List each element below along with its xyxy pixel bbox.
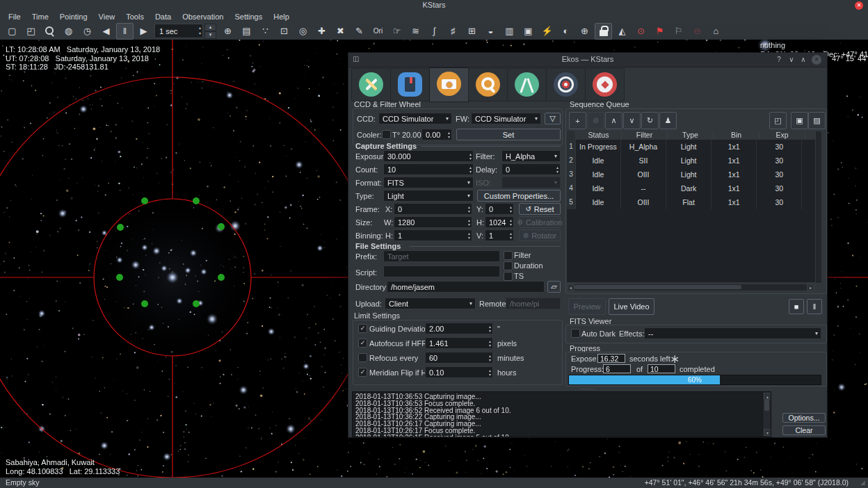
tab-capture[interactable]: [429, 67, 469, 102]
indi-control-panel-icon[interactable]: ⚡: [538, 23, 556, 40]
time-step-spin-arrows[interactable]: ▴▾: [199, 25, 201, 36]
tab-align[interactable]: [546, 68, 586, 101]
record-icon[interactable]: ⊙: [632, 23, 650, 40]
filter-wheel-select[interactable]: CCD Simulator: [471, 113, 541, 124]
prefix-input[interactable]: Target: [383, 250, 500, 262]
prioritize-target-button[interactable]: ♟: [659, 112, 677, 129]
pen-icon[interactable]: ✎: [351, 23, 368, 40]
scrollbar-thumb[interactable]: [574, 285, 741, 289]
resize-grip-icon[interactable]: ◢: [860, 479, 865, 486]
options-button[interactable]: Options...: [782, 413, 826, 423]
live-video-button[interactable]: Live Video: [609, 298, 654, 315]
column-header[interactable]: Type: [668, 131, 714, 140]
limit-checkbox[interactable]: ✓: [358, 339, 367, 348]
limit-checkbox[interactable]: [358, 353, 367, 362]
stars-toggle-icon[interactable]: ∵: [257, 23, 274, 40]
ccd-select[interactable]: CCD Simulator: [378, 113, 452, 124]
remove-trail-icon[interactable]: ⊖: [689, 23, 706, 40]
find-object-icon[interactable]: [41, 23, 58, 40]
binning-v-input[interactable]: 1: [485, 229, 514, 241]
column-header[interactable]: Status: [576, 131, 622, 140]
constellation-bounds-icon[interactable]: ≋: [407, 23, 424, 40]
menu-item[interactable]: Observation: [177, 12, 229, 22]
save-sequence-button[interactable]: ▣: [791, 112, 808, 129]
upload-mode-select[interactable]: Client: [385, 298, 476, 309]
filter-manager-button[interactable]: ▽: [545, 113, 561, 124]
solar-system-icon[interactable]: ◎: [294, 23, 312, 40]
constellation-names-icon[interactable]: Ori: [369, 23, 387, 40]
milky-way-icon[interactable]: ∫: [426, 23, 443, 40]
lock-position-icon[interactable]: [595, 23, 612, 40]
deep-sky-objects-icon[interactable]: ⊡: [275, 23, 293, 40]
limit-checkbox[interactable]: ✓: [358, 368, 367, 377]
time-step-input[interactable]: 1 sec ▴▾: [154, 24, 203, 38]
stop-sequence-button[interactable]: ■: [789, 299, 804, 314]
table-row[interactable]: 1 In Progress H_Alpha Light 1x1 30: [567, 140, 819, 154]
size-h-input[interactable]: 1024: [485, 216, 514, 228]
ts-suffix-checkbox[interactable]: [504, 272, 513, 281]
limit-checkbox[interactable]: ✓: [358, 324, 367, 333]
time-pause-icon[interactable]: ‖: [116, 23, 134, 40]
geo-location-icon[interactable]: ◍: [60, 23, 77, 40]
cooler-checkbox[interactable]: [382, 130, 391, 139]
night-vision-icon[interactable]: ◐: [557, 23, 574, 40]
view-panels-icon[interactable]: ▥: [501, 23, 518, 40]
fov-symbol-icon[interactable]: ⊕: [576, 23, 593, 40]
minimize-button[interactable]: ∨: [787, 55, 796, 65]
scroll-up-arrow[interactable]: ▴: [764, 393, 771, 400]
scroll-down-arrow[interactable]: ▾: [764, 429, 771, 436]
menu-item[interactable]: View: [93, 12, 121, 22]
menu-item[interactable]: Time: [26, 12, 54, 22]
tab-scheduler[interactable]: [390, 68, 430, 101]
filter-suffix-checkbox[interactable]: [504, 251, 513, 260]
set-temperature-button[interactable]: Set: [456, 129, 561, 140]
limit-value-input[interactable]: 60: [425, 352, 493, 364]
browse-directory-button[interactable]: ▱: [547, 281, 561, 293]
equatorial-grid-icon[interactable]: ♯: [444, 23, 462, 40]
menu-item[interactable]: Settings: [229, 12, 268, 22]
table-row[interactable]: 2 Idle SII Light 1x1 30: [567, 154, 819, 168]
asteroids-icon[interactable]: ✚: [313, 23, 330, 40]
time-step-up-button[interactable]: ▲: [204, 24, 216, 31]
zoom-rect-icon[interactable]: ▢: [3, 23, 21, 40]
column-header[interactable]: Exp: [760, 131, 805, 140]
tab-setup[interactable]: [351, 68, 391, 101]
pointing-focus-icon[interactable]: ⊕: [219, 23, 236, 40]
save-sequence-as-button[interactable]: ▨: [808, 112, 826, 129]
scrollbar-thumb[interactable]: [764, 400, 769, 411]
open-sequence-button[interactable]: ◰: [769, 112, 787, 129]
set-time-icon[interactable]: ◷: [79, 23, 96, 40]
move-job-up-button[interactable]: ∧: [605, 112, 622, 129]
time-step-back-icon[interactable]: ◀: [97, 23, 115, 40]
temperature-setpoint[interactable]: 0.00: [421, 129, 452, 140]
horizontal-grid-icon[interactable]: ⊞: [463, 23, 481, 40]
menu-item[interactable]: File: [3, 12, 26, 22]
time-step-forward-icon[interactable]: ▶: [135, 23, 152, 40]
add-flag-icon[interactable]: ⚑: [651, 23, 668, 40]
color-scheme-icon[interactable]: ◭: [613, 23, 631, 40]
menu-item[interactable]: Data: [150, 12, 177, 22]
observatory-dome-icon[interactable]: ⌂: [707, 23, 725, 40]
capture-image-icon[interactable]: ▤: [238, 23, 255, 40]
ekos-titlebar[interactable]: ◫ Ekos — KStars ? ∨ ∧ ✕: [348, 53, 827, 67]
duration-suffix-checkbox[interactable]: [504, 261, 513, 270]
limit-value-input[interactable]: 1.461: [425, 337, 493, 349]
tab-focus[interactable]: [468, 68, 508, 101]
log-scrollbar[interactable]: ▴ ▾: [762, 392, 771, 437]
table-row[interactable]: 5 Idle OIII Flat 1x1 30: [567, 195, 819, 209]
column-header[interactable]: Bin: [714, 131, 760, 140]
ekos-icon[interactable]: ▣: [520, 23, 537, 40]
directory-input[interactable]: /home/jasem: [387, 281, 545, 293]
reset-queue-button[interactable]: ↻: [641, 112, 659, 129]
limit-value-input[interactable]: 2.00: [425, 323, 493, 334]
size-w-input[interactable]: 1280: [394, 216, 472, 228]
time-step-down-button[interactable]: ▼: [204, 31, 216, 39]
zoom-select-icon[interactable]: ◰: [22, 23, 40, 40]
menu-item[interactable]: Pointing: [54, 12, 93, 22]
add-job-button[interactable]: +: [569, 112, 586, 129]
list-flags-icon[interactable]: ⚐: [670, 23, 687, 40]
scroll-left-arrow[interactable]: ◂: [567, 284, 574, 291]
vertical-scrollbar[interactable]: [815, 131, 822, 284]
horizontal-scrollbar[interactable]: [567, 284, 814, 291]
auto-dark-checkbox[interactable]: [571, 329, 580, 338]
